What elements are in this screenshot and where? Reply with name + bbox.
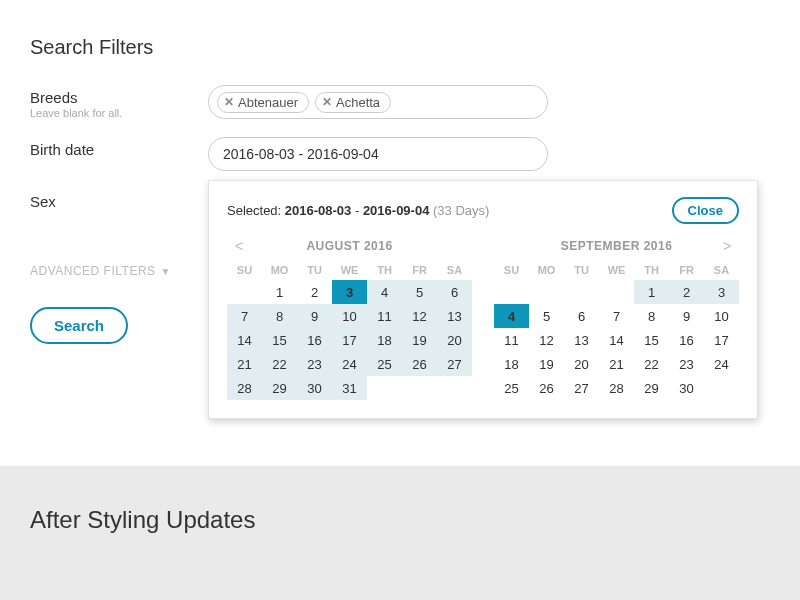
breed-tag[interactable]: ✕ Abtenauer: [217, 92, 309, 113]
prev-month-button[interactable]: <: [231, 238, 247, 254]
calendar-day[interactable]: 19: [402, 328, 437, 352]
calendar-month-2: < SEPTEMBER 2016 > SUMOTUWETHFRSA1234567…: [494, 238, 739, 400]
breeds-row: Breeds Leave blank for all. ✕ Abtenauer …: [30, 85, 770, 119]
calendar-day[interactable]: 4: [367, 280, 402, 304]
breed-tag[interactable]: ✕ Achetta: [315, 92, 391, 113]
calendar-day[interactable]: 27: [564, 376, 599, 400]
breed-tag-label: Achetta: [336, 95, 380, 110]
dow-header: TU: [564, 260, 599, 280]
calendar-day[interactable]: 8: [634, 304, 669, 328]
calendar-day[interactable]: 15: [262, 328, 297, 352]
calendar-day[interactable]: 25: [367, 352, 402, 376]
calendar-day[interactable]: 26: [402, 352, 437, 376]
dow-header: MO: [262, 260, 297, 280]
calendar-day[interactable]: 20: [564, 352, 599, 376]
calendar-day[interactable]: 31: [332, 376, 367, 400]
calendar-empty-cell: [564, 280, 599, 304]
calendar-day[interactable]: 30: [669, 376, 704, 400]
dow-header: TU: [297, 260, 332, 280]
calendar-day[interactable]: 17: [704, 328, 739, 352]
next-month-button[interactable]: >: [719, 238, 735, 254]
calendar-day[interactable]: 26: [529, 376, 564, 400]
dow-header: TH: [367, 260, 402, 280]
footer-band: After Styling Updates: [0, 466, 800, 600]
dow-header: SA: [704, 260, 739, 280]
calendar-day[interactable]: 28: [227, 376, 262, 400]
footer-heading: After Styling Updates: [30, 506, 770, 534]
calendar-day[interactable]: 24: [332, 352, 367, 376]
calendar-day[interactable]: 2: [669, 280, 704, 304]
calendar-day[interactable]: 27: [437, 352, 472, 376]
calendar-day[interactable]: 3: [704, 280, 739, 304]
calendar-day[interactable]: 3: [332, 280, 367, 304]
calendar-day[interactable]: 23: [669, 352, 704, 376]
calendar-day[interactable]: 16: [297, 328, 332, 352]
calendar-day[interactable]: 29: [262, 376, 297, 400]
calendar-empty-cell: [367, 376, 402, 400]
calendar-day[interactable]: 16: [669, 328, 704, 352]
close-button[interactable]: Close: [672, 197, 739, 224]
birthdate-input[interactable]: 2016-08-03 - 2016-09-04: [208, 137, 548, 171]
calendar-day[interactable]: 5: [402, 280, 437, 304]
calendar-day[interactable]: 9: [297, 304, 332, 328]
calendar-day[interactable]: 15: [634, 328, 669, 352]
calendar-empty-cell: [599, 280, 634, 304]
calendar-empty-cell: [227, 280, 262, 304]
birthdate-value: 2016-08-03 - 2016-09-04: [223, 146, 379, 162]
calendar-grid-2: SUMOTUWETHFRSA12345678910111213141516171…: [494, 260, 739, 400]
calendar-day[interactable]: 12: [529, 328, 564, 352]
calendar-day[interactable]: 24: [704, 352, 739, 376]
page-title: Search Filters: [30, 36, 770, 59]
calendar-day[interactable]: 6: [437, 280, 472, 304]
calendar-day[interactable]: 11: [367, 304, 402, 328]
calendar-empty-cell: [704, 376, 739, 400]
calendar-day[interactable]: 18: [494, 352, 529, 376]
calendar-day[interactable]: 30: [297, 376, 332, 400]
calendar-day[interactable]: 17: [332, 328, 367, 352]
calendar-day[interactable]: 4: [494, 304, 529, 328]
calendar-empty-cell: [529, 280, 564, 304]
dow-header: SU: [227, 260, 262, 280]
calendar-day[interactable]: 19: [529, 352, 564, 376]
chevron-down-icon: ▼: [161, 266, 171, 277]
dow-header: WE: [599, 260, 634, 280]
month-2-title: SEPTEMBER 2016: [561, 239, 673, 253]
close-icon[interactable]: ✕: [322, 95, 332, 109]
dow-header: FR: [402, 260, 437, 280]
calendar-day[interactable]: 13: [564, 328, 599, 352]
calendar-month-1: < AUGUST 2016 > SUMOTUWETHFRSA1234567891…: [227, 238, 472, 400]
close-icon[interactable]: ✕: [224, 95, 234, 109]
calendar-day[interactable]: 20: [437, 328, 472, 352]
calendar-day[interactable]: 11: [494, 328, 529, 352]
calendar-day[interactable]: 10: [704, 304, 739, 328]
calendar-day[interactable]: 9: [669, 304, 704, 328]
search-button[interactable]: Search: [30, 307, 128, 344]
calendar-day[interactable]: 28: [599, 376, 634, 400]
calendar-day[interactable]: 10: [332, 304, 367, 328]
calendar-day[interactable]: 22: [262, 352, 297, 376]
calendar-day[interactable]: 13: [437, 304, 472, 328]
sex-label: Sex: [30, 193, 208, 210]
calendar-day[interactable]: 21: [227, 352, 262, 376]
calendar-day[interactable]: 7: [599, 304, 634, 328]
calendar-day[interactable]: 14: [599, 328, 634, 352]
selected-label: Selected:: [227, 203, 281, 218]
calendar-day[interactable]: 12: [402, 304, 437, 328]
calendar-day[interactable]: 6: [564, 304, 599, 328]
calendar-day[interactable]: 2: [297, 280, 332, 304]
calendar-day[interactable]: 22: [634, 352, 669, 376]
calendar-day[interactable]: 1: [634, 280, 669, 304]
calendar-day[interactable]: 23: [297, 352, 332, 376]
calendar-day[interactable]: 25: [494, 376, 529, 400]
advanced-filters-toggle[interactable]: ADVANCED FILTERS ▼: [30, 264, 171, 278]
calendar-day[interactable]: 1: [262, 280, 297, 304]
calendar-day[interactable]: 8: [262, 304, 297, 328]
calendar-day[interactable]: 5: [529, 304, 564, 328]
calendar-day[interactable]: 14: [227, 328, 262, 352]
calendar-day[interactable]: 7: [227, 304, 262, 328]
calendar-grid-1: SUMOTUWETHFRSA12345678910111213141516171…: [227, 260, 472, 400]
breeds-input[interactable]: ✕ Abtenauer ✕ Achetta: [208, 85, 548, 119]
calendar-day[interactable]: 18: [367, 328, 402, 352]
calendar-day[interactable]: 21: [599, 352, 634, 376]
calendar-day[interactable]: 29: [634, 376, 669, 400]
